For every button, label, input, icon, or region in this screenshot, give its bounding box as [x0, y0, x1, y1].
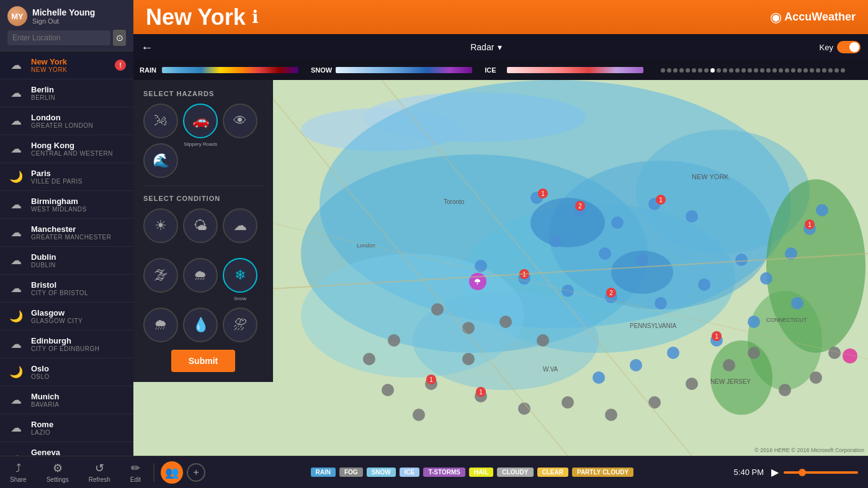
timeline-dot	[686, 68, 690, 73]
rain-legend-section: RAIN	[140, 66, 298, 74]
legend-tstorms: T-STORMS	[423, 468, 465, 477]
condition-row-0: ☀🌤☁	[143, 208, 263, 243]
nav-icon: ✏	[131, 461, 140, 475]
play-button[interactable]: ▶	[771, 466, 779, 478]
key-toggle-wrap: Key	[820, 41, 861, 53]
city-item-oslo[interactable]: 🌙 Oslo OSLO	[0, 358, 133, 386]
city-item-paris[interactable]: 🌙 Paris VILLE DE PARIS	[0, 163, 133, 191]
timeline-dot	[785, 68, 789, 73]
radar-legend-bar: RAIN SNOW ICE	[133, 60, 868, 80]
svg-point-42	[462, 322, 475, 334]
user-name: Michelle Young	[32, 7, 95, 17]
hazard-btn-2[interactable]: 👁	[223, 104, 257, 138]
timeline-dot	[760, 68, 764, 73]
timeline-bar[interactable]	[784, 471, 858, 474]
city-name: Dublin	[31, 252, 126, 262]
city-icon: ☁	[7, 84, 25, 102]
svg-point-57	[828, 347, 841, 359]
svg-point-20	[686, 210, 698, 223]
condition-btn-0-0[interactable]: ☀	[143, 208, 178, 243]
condition-btn-2-1[interactable]: 💧	[183, 308, 218, 342]
key-toggle[interactable]	[837, 41, 861, 53]
condition-btn-2-0[interactable]: 🌨	[143, 308, 178, 342]
community-reports-button[interactable]: 👥	[161, 461, 183, 484]
city-name: Berlin	[31, 85, 126, 94]
city-name: Birmingham	[31, 197, 126, 206]
svg-point-55	[779, 384, 791, 396]
svg-point-51	[648, 396, 661, 409]
sign-out-link[interactable]: Sign Out	[32, 17, 95, 25]
location-input[interactable]	[7, 30, 110, 45]
snow-gradient-bar	[336, 67, 472, 73]
nav-refresh[interactable]: ↺Refresh	[79, 459, 120, 486]
timeline-thumb	[799, 469, 806, 476]
svg-text:1: 1	[715, 333, 718, 340]
snow-legend-section: SNOW	[311, 66, 472, 74]
city-title: New York	[146, 4, 246, 30]
city-item-manchester[interactable]: ☁ Manchester GREATER MANCHESTER	[0, 219, 133, 247]
main-area: New York ℹ ◉ AccuWeather ← Radar ▾ Key R…	[133, 0, 868, 488]
bottom-center-legends: RAINFOGSNOWICET-STORMSHAILCLOUDYCLEARPAR…	[210, 468, 734, 477]
city-item-hong-kong[interactable]: ☁ Hong Kong CENTRAL AND WESTERN	[0, 135, 133, 163]
radar-dropdown-arrow: ▾	[498, 42, 502, 52]
nav-settings[interactable]: ⚙Settings	[37, 459, 79, 486]
condition-btn-1-1[interactable]: 🌧	[183, 258, 218, 293]
hazard-btn-0[interactable]: 🌬	[143, 104, 178, 138]
city-icon: ☁	[7, 196, 25, 213]
city-icon: 🌙	[7, 308, 25, 325]
nav-icon: ⚙	[53, 461, 63, 475]
nav-share[interactable]: ⤴Share	[0, 459, 37, 486]
city-item-berlin[interactable]: ☁ Berlin BERLIN	[0, 79, 133, 107]
nav-edit[interactable]: ✏Edit	[120, 459, 151, 486]
condition-btn-2-2[interactable]: ⛈	[223, 308, 257, 342]
svg-point-50	[605, 409, 617, 421]
city-region: WEST MIDLANDS	[31, 206, 126, 213]
svg-point-60	[363, 353, 375, 365]
city-item-new-york[interactable]: ☁ New York NEW YORK !	[0, 51, 133, 79]
svg-text:1: 1	[479, 389, 483, 396]
city-item-dublin[interactable]: ☁ Dublin DUBLIN	[0, 247, 133, 275]
svg-point-30	[735, 254, 748, 266]
radar-label: Radar	[470, 42, 494, 52]
svg-text:W.VA: W.VA	[543, 366, 558, 373]
condition-btn-0-2[interactable]: ☁	[223, 208, 257, 243]
location-go-button[interactable]: ⊙	[113, 30, 126, 46]
city-item-birmingham[interactable]: ☁ Birmingham WEST MIDLANDS	[0, 191, 133, 219]
city-region: VILLE DE PARIS	[31, 178, 126, 185]
city-item-glasgow[interactable]: 🌙 Glasgow GLASGOW CITY	[0, 303, 133, 331]
city-item-edinburgh[interactable]: ☁ Edinburgh CITY OF EDINBURGH	[0, 331, 133, 358]
svg-text:1: 1	[659, 197, 663, 203]
svg-point-23	[636, 254, 648, 266]
timeline-dot	[667, 68, 671, 73]
condition-btn-1-0[interactable]: 🌫	[143, 258, 178, 293]
radar-dropdown[interactable]: Radar ▾	[470, 42, 502, 52]
hazard-btn-3[interactable]: 🌊	[143, 143, 178, 178]
hazard-btn-1[interactable]: 🚗Slippery Roads	[183, 104, 218, 138]
back-button[interactable]: ←	[141, 40, 153, 55]
bottom-right-controls: 5:40 PM ▶	[734, 466, 868, 478]
add-report-button[interactable]: +	[187, 463, 205, 482]
bottom-nav: ⤴Share⚙Settings↺Refresh✏Edit 👥 + RAINFOG…	[0, 456, 868, 488]
city-item-munich[interactable]: ☁ Munich BAVARIA	[0, 386, 133, 414]
city-item-rome[interactable]: ☁ Rome LAZIO	[0, 414, 133, 442]
city-region: LAZIO	[31, 429, 126, 436]
condition-btn-0-1[interactable]: 🌤	[183, 208, 218, 243]
key-toggle-thumb	[849, 42, 859, 52]
svg-point-56	[810, 371, 822, 384]
hazards-panel: SELECT HAZARDS 🌬🚗Slippery Roads👁🌊 SELECT…	[133, 80, 273, 382]
city-item-london[interactable]: ☁ London GREATER LONDON	[0, 107, 133, 135]
svg-text:NEW JERSEY: NEW JERSEY	[710, 378, 751, 385]
city-name: Rome	[31, 420, 126, 429]
condition-btn-1-2[interactable]: ❄Snow	[223, 258, 257, 293]
svg-point-34	[816, 204, 828, 216]
city-region: GREATER LONDON	[31, 122, 126, 129]
nav-label: Edit	[130, 476, 141, 483]
user-info: MY Michelle Young Sign Out	[7, 6, 126, 26]
timeline-dot	[828, 68, 833, 73]
header: New York ℹ ◉ AccuWeather	[133, 0, 868, 34]
timeline-dot	[717, 68, 721, 73]
legend-cloudy: CLOUDY	[497, 468, 533, 477]
city-item-bristol[interactable]: ☁ Bristol CITY OF BRISTOL	[0, 275, 133, 303]
submit-button[interactable]: Submit	[171, 350, 235, 372]
svg-point-58	[413, 409, 425, 421]
